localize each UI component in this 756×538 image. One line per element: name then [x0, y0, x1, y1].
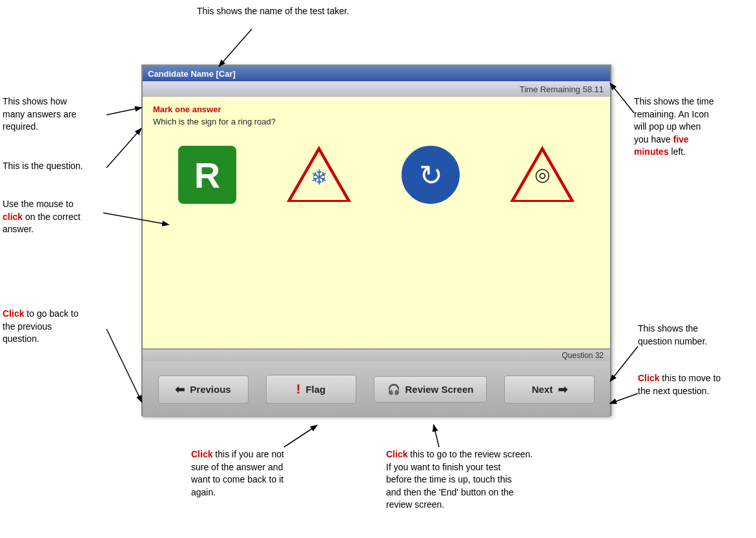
review-label: Review Screen [405, 384, 474, 395]
previous-arrow-icon: ⬅ [175, 383, 185, 397]
svg-line-4 [107, 329, 141, 401]
annotation-answers-required: This shows how many answers are required… [3, 95, 76, 134]
answer-option-green-r[interactable]: R [178, 146, 236, 204]
next-button[interactable]: Next ➡ [504, 375, 595, 404]
annotation-name: This shows the name of the test taker. [197, 5, 349, 18]
svg-line-7 [611, 394, 638, 403]
question-area: Mark one answer Which is the sign for a … [143, 97, 610, 348]
flag-button[interactable]: ! Flag [266, 375, 356, 404]
annotation-time: This shows the time remaining. An Icon w… [634, 95, 714, 159]
roundabout-sign: ↻ [402, 146, 460, 204]
svg-line-5 [611, 84, 634, 113]
answer-option-roundabout[interactable]: ↻ [402, 146, 460, 204]
annotation-click-flag-word: Click [191, 449, 212, 459]
annotation-name-text: This shows the name of the test taker. [197, 6, 349, 16]
svg-line-0 [220, 29, 252, 66]
next-arrow-icon: ➡ [558, 383, 567, 397]
annotation-click-word: click [3, 212, 23, 222]
annotation-question: This is the question. [3, 160, 83, 173]
svg-line-1 [107, 108, 141, 115]
test-window: Candidate Name [Car] Time Remaining 58.1… [141, 65, 611, 416]
svg-line-8 [284, 426, 316, 447]
green-r-sign: R [178, 146, 236, 204]
annotation-review: Click this to go to the review screen. I… [386, 448, 533, 512]
snowflake-symbol: ❄ [311, 165, 328, 190]
mark-answer-instruction: Mark one answer [153, 105, 600, 114]
annotation-click-back-word: Click [3, 308, 24, 319]
timer-bar: Time Remaining 58.11 [143, 81, 610, 97]
answer-option-snowflake[interactable]: ❄ [287, 146, 351, 204]
title-bar: Candidate Name [Car] [143, 66, 610, 81]
roundabout-arrows: ↻ [419, 159, 443, 192]
answer-options: R ❄ ↻ ◎ [153, 146, 600, 204]
nav-buttons: ⬅ Previous ! Flag 🎧 Review Screen Next ➡ [143, 361, 610, 417]
annotation-five-word: five [673, 134, 689, 144]
annotation-many-answers: many answers are [3, 109, 76, 119]
annotation-minutes-word: minutes [634, 146, 669, 157]
annotation-click-next-word: Click [638, 373, 659, 383]
annotation-click-back: Click to go back to the previous questio… [3, 308, 79, 346]
next-label: Next [532, 384, 553, 395]
annotation-mouse: Use the mouse to click on the correct an… [3, 198, 81, 236]
question-number-bar: Question 32 [143, 350, 610, 361]
review-icon: 🎧 [387, 383, 400, 395]
snowflake-sign: ❄ [287, 146, 351, 204]
question-number: Question 32 [562, 351, 604, 360]
annotation-flag: Click this if you are not sure of the an… [191, 448, 284, 499]
giveway-sign: ◎ [510, 146, 575, 204]
question-text: Which is the sign for a ring road? [153, 117, 600, 126]
flag-exclamation-icon: ! [296, 382, 301, 397]
nav-bar: Question 32 ⬅ Previous ! Flag 🎧 Review S… [143, 348, 610, 417]
annotation-click-review-word: Click [386, 449, 407, 459]
svg-line-9 [434, 426, 439, 447]
flag-label: Flag [305, 384, 325, 395]
timer-label: Time Remaining 58.11 [520, 85, 604, 94]
svg-line-2 [107, 129, 141, 168]
annotation-next: Click this to move to the next question. [638, 372, 720, 397]
previous-button[interactable]: ⬅ Previous [158, 375, 249, 404]
window-title: Candidate Name [Car] [148, 69, 236, 79]
svg-line-6 [611, 346, 638, 381]
answer-option-giveway[interactable]: ◎ [510, 146, 575, 204]
annotation-question-number: This shows the question number. [638, 323, 707, 348]
giveway-symbol: ◎ [535, 164, 550, 185]
previous-label: Previous [190, 384, 230, 395]
review-button[interactable]: 🎧 Review Screen [374, 376, 487, 403]
